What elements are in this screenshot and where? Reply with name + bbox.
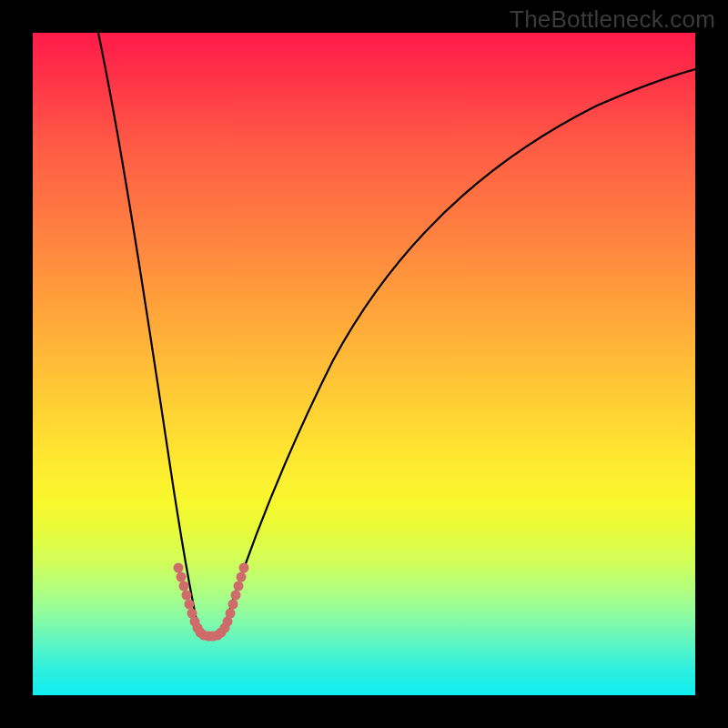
svg-point-18 — [231, 591, 241, 601]
svg-point-19 — [234, 581, 244, 592]
curve-highlight — [174, 563, 249, 642]
svg-point-21 — [239, 563, 249, 573]
chart-frame: TheBottleneck.com — [0, 0, 728, 728]
curve-main — [98, 33, 695, 633]
brand-watermark: TheBottleneck.com — [510, 5, 715, 34]
svg-point-0 — [174, 563, 184, 573]
svg-point-3 — [182, 591, 192, 601]
svg-point-4 — [185, 600, 195, 610]
chart-curves — [33, 33, 695, 695]
svg-point-17 — [228, 600, 238, 610]
svg-point-1 — [177, 572, 187, 582]
svg-point-20 — [237, 572, 247, 582]
svg-point-2 — [179, 581, 189, 592]
svg-point-16 — [226, 609, 236, 619]
